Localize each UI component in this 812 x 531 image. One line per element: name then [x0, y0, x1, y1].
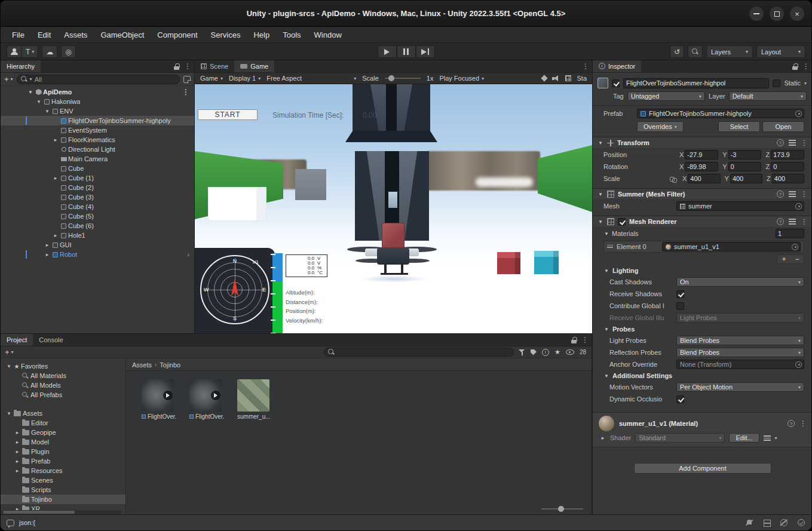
- object-picker-icon[interactable]: [792, 244, 798, 250]
- remove-element-button[interactable]: −: [795, 256, 799, 263]
- material-object-field[interactable]: summer_u1_v1: [662, 242, 801, 251]
- light-probes-dropdown[interactable]: Blend Probes▾: [676, 336, 804, 345]
- aspect-dropdown[interactable]: Free Aspect▾: [266, 75, 356, 82]
- folder-row[interactable]: Scenes: [1, 475, 125, 485]
- asset-item[interactable]: FlightOver...: [189, 379, 224, 420]
- hidden-count-eye-icon[interactable]: [566, 349, 574, 355]
- mesh-object-field[interactable]: summer: [676, 201, 804, 211]
- account-button[interactable]: [7, 45, 22, 58]
- position-y-input[interactable]: [728, 150, 762, 159]
- active-checkbox[interactable]: [612, 79, 620, 87]
- menu-icon[interactable]: [764, 435, 771, 441]
- layers-dropdown[interactable]: Layers▾: [706, 45, 753, 58]
- prefab-object-field[interactable]: FlightOverTojinboSummer-highpoly: [637, 109, 804, 118]
- gizmos-icon[interactable]: [541, 75, 548, 81]
- object-picker-icon[interactable]: [795, 203, 802, 210]
- favorites-item[interactable]: All Prefabs: [1, 390, 125, 400]
- foldout-closed-icon[interactable]: ▸: [14, 429, 21, 435]
- help-icon[interactable]: ?: [777, 191, 784, 198]
- mesh-filter-component-header[interactable]: ▾ Summer (Mesh Filter) ?⋮: [593, 188, 812, 200]
- foldout-closed-icon[interactable]: ▸: [14, 468, 21, 474]
- preset-icon[interactable]: [789, 140, 796, 146]
- tab-project[interactable]: Project: [1, 333, 33, 346]
- package-manager-icon[interactable]: [762, 518, 771, 527]
- lighting-section-header[interactable]: ▾Lighting: [593, 265, 812, 276]
- game-viewport[interactable]: START Simulation Time [Sec]: 0.00 N S W …: [195, 84, 592, 333]
- hierarchy-item[interactable]: Cube (4): [1, 202, 194, 211]
- scale-slider-knob[interactable]: [388, 75, 394, 81]
- tab-scene[interactable]: Scene: [195, 60, 234, 72]
- hierarchy-create-button[interactable]: +▾: [4, 75, 13, 84]
- kebab-menu-icon[interactable]: ⋮: [581, 336, 589, 343]
- foldout-closed-icon[interactable]: ▸: [52, 137, 59, 143]
- scale-z-input[interactable]: [772, 174, 804, 183]
- add-component-button[interactable]: Add Component: [634, 463, 771, 474]
- hierarchy-item[interactable]: Directional Light: [1, 145, 194, 154]
- thumbnail-size-slider[interactable]: [541, 508, 583, 509]
- folder-row[interactable]: ▸Geopipe: [1, 428, 125, 437]
- hierarchy-item[interactable]: Cube (2): [1, 183, 194, 192]
- folder-row[interactable]: ▸Model: [1, 437, 125, 447]
- select-button[interactable]: Select: [718, 121, 760, 132]
- scale-y-input[interactable]: [730, 174, 762, 183]
- component-enabled-checkbox[interactable]: [618, 218, 626, 226]
- edit-shader-button[interactable]: Edit...: [729, 433, 759, 443]
- hierarchy-item[interactable]: Cube (3): [1, 192, 194, 202]
- hierarchy-item[interactable]: ▸FloorKinematics: [1, 135, 194, 145]
- project-search-input[interactable]: [324, 348, 514, 357]
- tag-dropdown[interactable]: Untagged▾: [627, 91, 705, 101]
- lock-icon[interactable]: [174, 63, 179, 70]
- hierarchy-item-selected[interactable]: FlightOverTojinboSummer-highpoly: [1, 116, 194, 125]
- start-button[interactable]: START: [198, 109, 258, 120]
- foldout-open-icon[interactable]: ▾: [597, 191, 603, 197]
- transform-component-header[interactable]: ▾ Transform ?⋮: [593, 137, 812, 149]
- favorite-star-icon[interactable]: ★: [554, 349, 560, 355]
- menu-window[interactable]: Window: [308, 27, 348, 42]
- kebab-menu-icon[interactable]: ⋮: [801, 191, 808, 198]
- foldout-open-icon[interactable]: ▾: [5, 410, 13, 416]
- horizontal-scrollbar[interactable]: [2, 510, 121, 514]
- kebab-menu-icon[interactable]: ⋮: [182, 88, 189, 96]
- kebab-menu-icon[interactable]: ⋮: [801, 218, 808, 225]
- search-filter-icon[interactable]: [519, 349, 525, 355]
- foldout-closed-icon[interactable]: ▸: [52, 232, 59, 238]
- scene-picker-icon[interactable]: [183, 76, 191, 83]
- breadcrumb-current[interactable]: Tojinbo: [160, 361, 180, 369]
- menu-tools[interactable]: Tools: [276, 27, 307, 42]
- status-message[interactable]: json:{: [19, 519, 35, 526]
- tab-inspector[interactable]: iInspector: [593, 60, 641, 72]
- breadcrumb-root[interactable]: Assets: [132, 361, 152, 369]
- notifications-muted-icon[interactable]: [745, 518, 753, 527]
- overrides-button[interactable]: Overrides▾: [637, 121, 684, 132]
- grid-icon[interactable]: [565, 75, 571, 81]
- hierarchy-item[interactable]: EventSystem: [1, 125, 194, 135]
- favorites-item[interactable]: All Models: [1, 380, 125, 390]
- lock-icon[interactable]: [792, 63, 798, 70]
- folder-row[interactable]: ▸Prefab: [1, 456, 125, 466]
- help-icon[interactable]: ?: [788, 420, 795, 427]
- favorites-item[interactable]: All Materials: [1, 371, 125, 380]
- material-element-row[interactable]: Element 0 summer_u1_v1: [603, 241, 804, 253]
- hierarchy-item[interactable]: Cube (6): [1, 221, 194, 231]
- kebab-menu-icon[interactable]: ⋮: [582, 63, 589, 70]
- menu-file[interactable]: File: [5, 27, 31, 42]
- target-button[interactable]: ◎: [61, 45, 75, 58]
- kebab-menu-icon[interactable]: ⋮: [184, 63, 191, 70]
- foldout-open-icon[interactable]: ▾: [597, 140, 603, 146]
- dynamic-occlusion-checkbox[interactable]: [676, 395, 684, 403]
- menu-services[interactable]: Services: [204, 27, 247, 42]
- project-create-button[interactable]: +▾: [5, 348, 14, 357]
- play-preview-icon[interactable]: [163, 391, 173, 400]
- maximize-button[interactable]: [770, 7, 784, 21]
- display-dropdown[interactable]: Display 1▾: [229, 75, 261, 82]
- hierarchy-item[interactable]: ▾Hakoniwa: [1, 97, 194, 106]
- search-button[interactable]: [688, 45, 703, 58]
- folder-row[interactable]: ▸Resources: [1, 466, 125, 475]
- play-preview-icon[interactable]: [211, 391, 220, 400]
- foldout-closed-icon[interactable]: ▸: [600, 435, 606, 441]
- play-button[interactable]: [378, 45, 397, 58]
- cloud-button[interactable]: ☁: [42, 45, 57, 58]
- rotation-y-input[interactable]: [728, 162, 762, 171]
- menu-edit[interactable]: Edit: [31, 27, 57, 42]
- foldout-open-icon[interactable]: ▾: [44, 108, 51, 114]
